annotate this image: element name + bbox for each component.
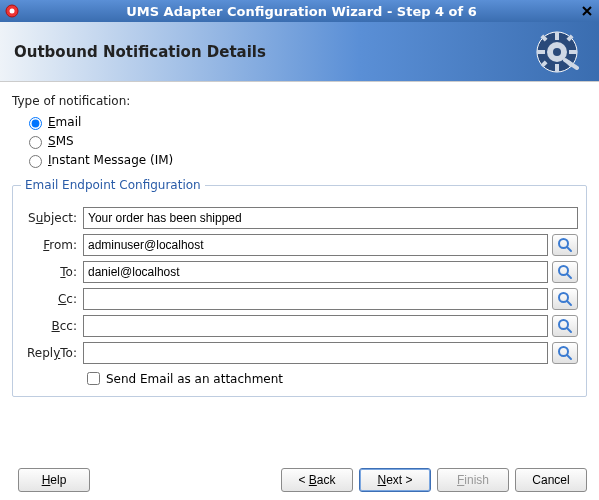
svg-point-12 — [553, 48, 561, 56]
attachment-label: Send Email as an attachment — [106, 372, 283, 386]
svg-line-20 — [567, 328, 571, 332]
titlebar: UMS Adapter Configuration Wizard - Step … — [0, 0, 599, 22]
cancel-button[interactable]: Cancel — [515, 468, 587, 492]
cc-input[interactable] — [83, 288, 548, 310]
label-subject: Subject: — [21, 211, 77, 225]
svg-rect-4 — [555, 32, 559, 40]
from-lookup-button[interactable] — [552, 234, 578, 256]
row-from: From: — [21, 234, 578, 256]
radio-email[interactable]: Email — [24, 114, 587, 130]
row-replyto: ReplyTo: — [21, 342, 578, 364]
email-endpoint-fieldset: Email Endpoint Configuration Subject: Fr… — [12, 178, 587, 397]
replyto-lookup-button[interactable] — [552, 342, 578, 364]
svg-line-16 — [567, 274, 571, 278]
radio-im-input[interactable] — [29, 155, 42, 168]
endpoint-legend: Email Endpoint Configuration — [21, 178, 205, 192]
label-replyto: ReplyTo: — [21, 346, 77, 360]
notification-type-group: Email SMS Instant Message (IM) — [24, 114, 587, 168]
attachment-checkbox-row[interactable]: Send Email as an attachment — [83, 369, 578, 388]
replyto-input[interactable] — [83, 342, 548, 364]
svg-line-18 — [567, 301, 571, 305]
notification-type-label: Type of notification: — [12, 94, 587, 108]
search-icon — [557, 237, 573, 253]
label-from: From: — [21, 238, 77, 252]
search-icon — [557, 345, 573, 361]
from-input[interactable] — [83, 234, 548, 256]
banner: Outbound Notification Details — [0, 22, 599, 82]
search-icon — [557, 318, 573, 334]
subject-input[interactable] — [83, 207, 578, 229]
radio-im-label: Instant Message (IM) — [48, 153, 173, 167]
bcc-lookup-button[interactable] — [552, 315, 578, 337]
back-button[interactable]: < Back — [281, 468, 353, 492]
svg-rect-5 — [555, 64, 559, 72]
close-icon[interactable] — [579, 3, 595, 19]
finish-button: Finish — [437, 468, 509, 492]
radio-sms-label: SMS — [48, 134, 74, 148]
svg-rect-6 — [537, 50, 545, 54]
wizard-button-bar: Help < Back Next > Finish Cancel — [0, 468, 599, 492]
search-icon — [557, 264, 573, 280]
label-to: To: — [21, 265, 77, 279]
label-bcc: Bcc: — [21, 319, 77, 333]
svg-line-14 — [567, 247, 571, 251]
to-lookup-button[interactable] — [552, 261, 578, 283]
radio-sms[interactable]: SMS — [24, 133, 587, 149]
row-bcc: Bcc: — [21, 315, 578, 337]
svg-rect-7 — [569, 50, 577, 54]
cc-lookup-button[interactable] — [552, 288, 578, 310]
help-button[interactable]: Help — [18, 468, 90, 492]
app-icon — [4, 3, 20, 19]
attachment-checkbox[interactable] — [87, 372, 100, 385]
gear-icon — [535, 30, 579, 74]
row-cc: Cc: — [21, 288, 578, 310]
row-to: To: — [21, 261, 578, 283]
radio-email-label: Email — [48, 115, 81, 129]
page-title: Outbound Notification Details — [14, 43, 266, 61]
search-icon — [557, 291, 573, 307]
window-title: UMS Adapter Configuration Wizard - Step … — [24, 4, 579, 19]
bcc-input[interactable] — [83, 315, 548, 337]
radio-email-input[interactable] — [29, 117, 42, 130]
svg-line-22 — [567, 355, 571, 359]
radio-im[interactable]: Instant Message (IM) — [24, 152, 587, 168]
to-input[interactable] — [83, 261, 548, 283]
svg-point-1 — [10, 9, 15, 14]
next-button[interactable]: Next > — [359, 468, 431, 492]
row-subject: Subject: — [21, 207, 578, 229]
label-cc: Cc: — [21, 292, 77, 306]
radio-sms-input[interactable] — [29, 136, 42, 149]
content-area: Type of notification: Email SMS Instant … — [0, 82, 599, 397]
